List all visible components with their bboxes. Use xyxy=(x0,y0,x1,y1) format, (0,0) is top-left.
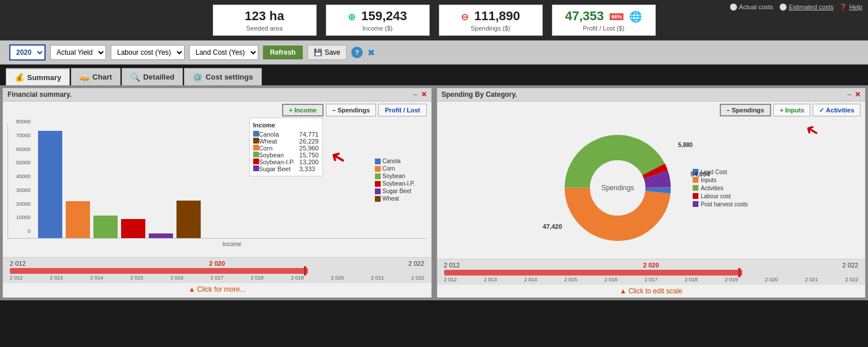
financial-panel-controls: – ✕ xyxy=(414,90,427,99)
main-content: Financial summary. – ✕ + Income – Spendi… xyxy=(0,85,868,300)
profit-toggle-button[interactable]: Profit / Lost xyxy=(378,104,426,116)
postharvest-value-label: 5,880 xyxy=(678,142,693,148)
spending-timeline-filled xyxy=(444,270,742,276)
spendings-value: ⊖ 111,890 xyxy=(449,9,533,24)
labour-select[interactable]: Labour cost (Yes) xyxy=(111,45,185,60)
wheat-legend-sq xyxy=(375,196,381,202)
table-row: Corn 25,960 xyxy=(253,145,319,152)
year-select[interactable]: 202020192018 xyxy=(9,44,46,61)
activities-value-label: 47,420 xyxy=(543,223,562,230)
timeline-handle[interactable] xyxy=(304,266,306,276)
spending-panel-controls: – ✕ xyxy=(847,90,861,99)
spending-spendings-button[interactable]: – Spendings xyxy=(720,104,771,116)
tab-bar: 💰 Summary 🥧 Chart 🔍 Detailled ⚙️ Cost se… xyxy=(0,65,868,85)
table-row: Canola 74,771 xyxy=(253,131,319,138)
spending-activities-button[interactable]: ✓ Activities xyxy=(813,104,861,116)
spending-panel-title: Spending By Category. xyxy=(442,90,517,99)
income-stat: ⊕ 159,243 Income ($) xyxy=(326,5,430,36)
timeline-right: 2 022 xyxy=(408,260,424,267)
corn-bar-rect xyxy=(66,201,90,238)
table-row: Sugar Beet 3,333 xyxy=(253,165,319,172)
actual-costs-radio[interactable]: ⚪ Actual costs xyxy=(730,3,773,11)
timeline-filled xyxy=(10,268,308,274)
spending-timeline-handle[interactable] xyxy=(738,268,741,277)
x-axis-label: Income xyxy=(7,241,427,247)
table-row: Wheat 26,229 xyxy=(253,138,319,145)
tab-cost-settings[interactable]: ⚙️ Cost settings xyxy=(184,68,261,85)
income-toggle-button[interactable]: + Income xyxy=(282,104,324,116)
donut-area: Spendings 5,880 54,054 47,420 Land Cost xyxy=(437,119,866,259)
refresh-button[interactable]: Refresh xyxy=(263,46,303,59)
spending-timeline-left: 2 012 xyxy=(444,262,460,269)
soybean-ip-color xyxy=(253,159,259,164)
income-table: Canola 74,771 Wheat 26,229 Corn xyxy=(253,131,319,172)
save-button[interactable]: 💾 Save xyxy=(307,45,347,60)
legend-wheat: Wheat xyxy=(375,195,415,202)
bar-soybean-ip xyxy=(121,219,145,238)
chart-icon: 🥧 xyxy=(80,73,89,82)
spendings-toggle-button[interactable]: – Spendings xyxy=(326,104,376,116)
bar-soybean xyxy=(93,216,118,238)
canola-legend-sq xyxy=(375,159,381,164)
yield-select[interactable]: Actual Yield xyxy=(50,45,106,60)
financial-chart-buttons: + Income – Spendings Profit / Lost xyxy=(3,101,431,119)
help-link[interactable]: ❓ Help xyxy=(839,3,862,11)
spending-timeline-slider[interactable] xyxy=(444,270,859,276)
legend-activities: Activities xyxy=(693,185,748,191)
spending-close-button[interactable]: ✕ xyxy=(855,90,861,99)
table-row: Soybean 15,750 xyxy=(253,152,319,159)
seeded-area-value: 123 ha xyxy=(223,9,307,24)
estimated-costs-radio[interactable]: ⚪ Estimated costs xyxy=(779,3,834,11)
spending-minimize-button[interactable]: – xyxy=(847,90,851,99)
spending-timeline-labels: 2 012 2 020 2 022 xyxy=(442,262,861,269)
bar-canola xyxy=(38,131,62,238)
soybean-bar-rect xyxy=(93,216,118,238)
legend-soybean: Soybean xyxy=(375,173,415,179)
spendings-stat: ⊖ 111,890 Spendings ($) xyxy=(439,5,543,36)
spending-click-more[interactable]: ▲ Click to edit scale xyxy=(437,285,866,297)
wheat-bar-rect xyxy=(176,201,201,238)
profit-value: 47,353 66% 🌐 xyxy=(562,9,646,24)
spending-chart-buttons: – Spendings + Inputs ✓ Activities ➜ xyxy=(437,101,866,119)
world-icon: 🌐 xyxy=(629,11,642,22)
help-button[interactable]: ? xyxy=(351,47,363,58)
income-popup: Income Canola 74,771 Wheat 26,229 xyxy=(249,118,323,176)
canola-color xyxy=(253,131,259,137)
spendings-label: Spendings ($) xyxy=(449,25,533,32)
timeline-slider[interactable] xyxy=(10,268,424,274)
tab-chart[interactable]: 🥧 Chart xyxy=(71,68,121,85)
arrow-annotation: ➜ xyxy=(326,144,350,171)
timeline-left: 2 012 xyxy=(10,260,26,267)
tab-detailed[interactable]: 🔍 Detailled xyxy=(122,68,183,85)
reset-button[interactable]: ✖ xyxy=(367,47,375,58)
financial-summary-panel: Financial summary. – ✕ + Income – Spendi… xyxy=(2,88,432,298)
financial-click-more[interactable]: ▲ Click for more... xyxy=(3,283,431,296)
profit-badge: 66% xyxy=(610,13,623,20)
soybean-color xyxy=(253,152,259,157)
spending-panel: Spending By Category. – ✕ – Spendings + … xyxy=(437,88,866,298)
top-right-controls: ⚪ Actual costs ⚪ Estimated costs ❓ Help xyxy=(730,3,862,11)
inputs-legend-sq xyxy=(693,177,698,183)
legend-canola: Canola xyxy=(375,158,415,164)
spending-timeline-current: 2 020 xyxy=(643,262,659,269)
post-harvest-legend-sq xyxy=(693,201,698,207)
labour-cost-legend-sq xyxy=(693,193,698,199)
legend-corn: Corn xyxy=(375,165,415,172)
legend-post-harvest: Post harvest costs xyxy=(693,201,748,208)
donut-center-label: Spendings xyxy=(602,184,634,192)
land-cost-select[interactable]: Land Cost (Yes) xyxy=(189,45,258,60)
spending-inputs-button[interactable]: + Inputs xyxy=(773,104,810,116)
financial-timeline: 2 012 2 020 2 022 2 012 2 013 2 014 2 01… xyxy=(3,257,431,283)
bar-sugar-beet xyxy=(149,233,173,238)
corn-color xyxy=(253,145,259,150)
financial-close-button[interactable]: ✕ xyxy=(421,90,427,99)
income-value: ⊕ 159,243 xyxy=(336,9,420,24)
bar-wheat xyxy=(176,201,201,238)
inputs-value-label: 54,054 xyxy=(690,171,710,178)
spending-timeline-years: 2 012 2 013 2 014 2 015 2 016 2 017 2 01… xyxy=(442,277,861,282)
legend-sugar-beet: Sugar Beet xyxy=(375,188,415,194)
timeline-labels: 2 012 2 020 2 022 xyxy=(7,260,427,267)
tab-summary[interactable]: 💰 Summary xyxy=(6,68,70,85)
financial-minimize-button[interactable]: – xyxy=(414,90,418,99)
legend-inputs: Inputs xyxy=(693,177,748,183)
